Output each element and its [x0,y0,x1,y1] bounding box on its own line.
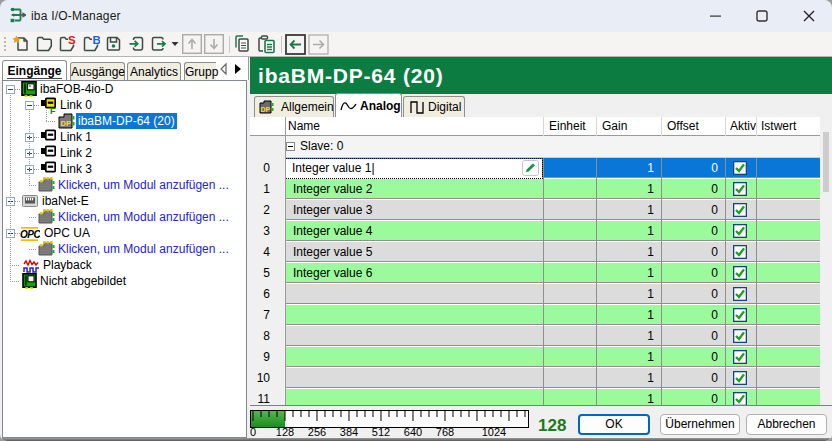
svg-text:B: B [93,35,101,46]
svg-text:DP: DP [261,106,271,113]
svg-text:OPC: OPC [20,229,40,240]
svg-text:S: S [68,35,76,46]
svg-text:DP: DP [61,119,71,128]
